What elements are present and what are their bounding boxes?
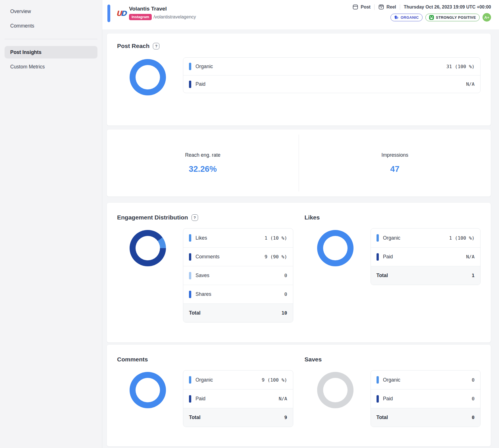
legend-label: Organic [383, 377, 400, 383]
legend-row-total: Total 0 [371, 408, 481, 427]
content: Post Reach ? Organic 31 (100 %) Paid N/A [102, 30, 499, 447]
legend-row-total: Total 1 [371, 266, 481, 285]
engagement-donut-chart [130, 230, 166, 266]
legend-row-shares: Shares 0 [183, 285, 293, 303]
post-icon [352, 4, 358, 10]
legend-label: Saves [196, 273, 209, 279]
legend-value: 0 [472, 396, 475, 401]
reel-icon [378, 4, 384, 10]
sidebar-item-custom-metrics[interactable]: Custom Metrics [5, 60, 97, 73]
post-reach-donut-chart [130, 59, 166, 95]
legend-value: 1 (10 %) [265, 235, 287, 241]
legend-color-marker [189, 376, 191, 384]
legend-row-organic: Organic 31 (100 %) [183, 58, 480, 75]
accent-bar [107, 5, 110, 22]
legend-color-marker [377, 234, 379, 242]
sidebar-item-comments[interactable]: Comments [5, 20, 97, 32]
legend-row-saves: Saves 0 [183, 266, 293, 285]
legend-value: 0 [284, 292, 287, 297]
sidebar-item-post-insights[interactable]: Post Insights [5, 46, 97, 58]
legend-total-value: 1 [472, 273, 475, 278]
legend-color-marker [189, 272, 191, 279]
legend-label: Likes [196, 235, 207, 241]
legend-label: Organic [383, 235, 400, 241]
smiley-icon [429, 15, 434, 20]
separator [400, 4, 400, 10]
logo-letter: U [116, 9, 120, 18]
stat-value: 32.26% [189, 164, 217, 174]
tab-reel-label: Reel [386, 5, 396, 10]
legend-label: Shares [196, 291, 211, 297]
post-reach-legend: Organic 31 (100 %) Paid N/A [183, 57, 481, 93]
help-icon[interactable]: ? [192, 214, 198, 221]
legend-value: 9 (90 %) [265, 254, 287, 259]
legend-total-value: 0 [472, 415, 475, 420]
stat-label: Impressions [381, 152, 408, 158]
likes-legend: Organic 1 (100 %) Paid N/A Total 1 [371, 228, 481, 285]
sidebar-item-label: Overview [10, 9, 31, 14]
stat-reach-eng-rate: Reach eng. rate 32.26% [107, 135, 299, 191]
legend-label: Organic [196, 64, 213, 70]
legend-color-marker [377, 253, 379, 261]
sidebar-item-label: Post Insights [10, 49, 41, 55]
legend-color-marker [189, 291, 191, 298]
legend-color-marker [189, 395, 191, 403]
comments-donut-chart [130, 372, 166, 408]
legend-label: Paid [196, 396, 205, 402]
legend-row-comments: Comments 9 (90 %) [183, 247, 293, 266]
likes-title: Likes [305, 214, 320, 221]
legend-color-marker [189, 81, 191, 88]
legend-row-organic: Organic 1 (100 %) [371, 229, 481, 247]
legend-color-marker [189, 234, 191, 242]
engagement-title: Engagement Distribution [117, 214, 188, 221]
comments-legend: Organic 9 (100 %) Paid N/A Total 9 [183, 370, 293, 427]
legend-value: 0 [472, 377, 475, 383]
post-timestamp: Thursday Oct 26, 2023 19:09 UTC +00:00 [404, 5, 491, 10]
comments-title: Comments [117, 356, 148, 363]
account-handle: /volantistravelagency [153, 14, 196, 20]
legend-total-label: Total [377, 273, 388, 279]
saves-legend: Organic 0 Paid 0 Total 0 [371, 370, 481, 427]
help-icon[interactable]: ? [153, 43, 159, 49]
legend-label: Paid [383, 396, 393, 402]
sentiment-badge: STRONGLY POSITIVE [425, 14, 480, 21]
separator [374, 4, 375, 10]
legend-label: Organic [196, 377, 213, 383]
organic-badge: ORGANIC [390, 14, 423, 21]
legend-total-label: Total [189, 310, 201, 316]
legend-total-label: Total [189, 414, 201, 420]
legend-total-value: 10 [282, 310, 287, 316]
legend-value: 31 (100 %) [446, 64, 475, 69]
likes-panel: Likes Organic 1 (100 %) Paid N/A [305, 214, 481, 342]
post-reach-title: Post Reach [117, 43, 149, 49]
legend-value: 1 (100 %) [449, 235, 475, 241]
legend-row-paid: Paid N/A [371, 247, 481, 266]
legend-color-marker [189, 63, 191, 70]
legend-row-likes: Likes 1 (10 %) [183, 229, 293, 247]
sidebar-divider [5, 39, 97, 39]
tab-post-label: Post [361, 5, 371, 10]
organic-icon [394, 15, 399, 20]
legend-row-total: Total 9 [183, 408, 293, 427]
tab-reel[interactable]: Reel [378, 4, 396, 10]
legend-color-marker [377, 376, 379, 384]
legend-row-paid: Paid N/A [183, 75, 480, 93]
legend-value: N/A [466, 81, 475, 87]
saves-panel: Saves Organic 0 Paid 0 [305, 356, 481, 446]
legend-label: Comments [196, 254, 220, 260]
stat-value: 47 [390, 164, 399, 174]
saves-donut-chart [317, 372, 354, 408]
post-header: U D Volantis Travel Instagram /volantist… [102, 0, 499, 30]
logo-letter: D [121, 9, 126, 18]
sidebar: Overview Comments Post Insights Custom M… [0, 0, 102, 448]
grade-badge: A+ [483, 13, 491, 22]
tab-post[interactable]: Post [352, 4, 371, 10]
sidebar-item-overview[interactable]: Overview [5, 5, 97, 18]
sidebar-item-label: Custom Metrics [10, 64, 45, 70]
organic-badge-label: ORGANIC [401, 15, 419, 20]
comments-panel: Comments Organic 9 (100 %) Paid N/A [117, 356, 293, 446]
legend-row-total: Total 10 [183, 303, 293, 322]
legend-label: Paid [383, 254, 393, 260]
kpi-card: Reach eng. rate 32.26% Impressions 47 [107, 129, 491, 197]
stat-impressions: Impressions 47 [299, 135, 491, 191]
